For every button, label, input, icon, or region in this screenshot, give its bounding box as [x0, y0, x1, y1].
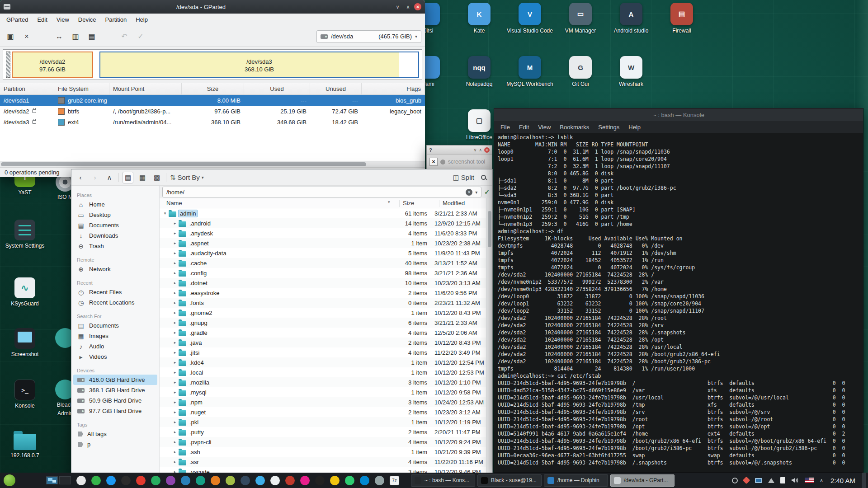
tray-clipboard-icon[interactable] [780, 477, 785, 483]
back-button[interactable]: ‹ [75, 172, 86, 183]
menu-item[interactable]: View [52, 14, 74, 26]
expander-icon[interactable]: ▸ [171, 350, 179, 355]
file-row[interactable]: ▸ .local 1 item 10/12/20 12:53 PM [160, 367, 486, 377]
file-row-admin[interactable]: ▾ admin 61 items 3/21/21 2:33 AM [160, 208, 486, 218]
maximize-icon[interactable]: ∧ [404, 3, 412, 11]
taskbar-app-icon[interactable] [76, 476, 86, 485]
menu-item[interactable]: Device [74, 14, 101, 26]
sidebar-place-item[interactable]: ▭ Desktop [71, 210, 159, 220]
gparted-titlebar[interactable]: /dev/sda - GParted ∨ ∧ × [0, 0, 425, 14]
file-row[interactable]: ▸ .config 98 items 3/21/21 2:36 AM [160, 268, 486, 278]
file-row[interactable]: ▸ .cache 40 items 3/13/21 1:52 AM [160, 258, 486, 268]
expander-icon[interactable]: ▸ [171, 251, 179, 255]
desktop-icon-system-settings[interactable]: System Settings [1, 220, 48, 249]
split-button[interactable]: ◫ Split [453, 172, 474, 183]
device-selector[interactable]: /dev/sda (465.76 GiB) ▾ [316, 30, 421, 43]
expander-icon[interactable]: ▸ [171, 231, 179, 235]
desktop-icon[interactable]: ▤ Firewall [658, 3, 706, 56]
virtual-desktop-pager[interactable] [46, 476, 71, 484]
expander-icon[interactable]: ▸ [171, 300, 179, 305]
desktop-icon-network-folder[interactable]: 192.168.0.7 [1, 429, 48, 459]
menu-item[interactable]: Help [131, 14, 152, 26]
file-row[interactable]: ▸ .android 14 items 12/9/20 12:15 AM [160, 218, 486, 228]
taskbar-app-icon[interactable] [241, 476, 250, 485]
taskbar-app-icon[interactable] [330, 476, 340, 485]
pager-desktop-2[interactable] [59, 476, 71, 484]
file-row[interactable]: ▸ .kde4 1 item 10/12/20 12:54 PM [160, 357, 486, 367]
expander-icon[interactable]: ▸ [171, 440, 179, 444]
partition-row[interactable]: /dev/sda1 grub2 core.img 8.00 MiB --- --… [0, 95, 425, 106]
desktop-icon[interactable]: M MySQL Workbench [506, 56, 554, 109]
konsole-titlebar[interactable]: ~ : bash — Konsole [494, 108, 863, 121]
sidebar-search-item[interactable]: ▤ Documents [71, 320, 159, 331]
expander-icon[interactable]: ▸ [171, 320, 179, 325]
taskbar-app-icon[interactable] [300, 476, 310, 485]
chevron-down-icon[interactable]: ▾ [475, 190, 477, 195]
vertical-scrollbar[interactable] [486, 198, 492, 487]
view-compact-button[interactable]: ▩ [151, 172, 162, 183]
taskbar-app-icon[interactable] [255, 476, 265, 485]
taskbar-app-icon[interactable] [151, 476, 160, 485]
expander-icon[interactable]: ▸ [171, 370, 179, 375]
tray-network-icon[interactable] [768, 478, 774, 483]
maximize-icon[interactable]: ∧ [479, 148, 482, 152]
sidebar-place-item[interactable]: ↓ Downloads [71, 230, 159, 241]
taskbar-app-icon[interactable] [196, 476, 205, 485]
taskbar-app-icon[interactable] [181, 476, 190, 485]
view-icons-button[interactable]: ▦ [137, 172, 148, 183]
column-header-filesystem[interactable]: File System [54, 83, 109, 94]
sidebar-device-item[interactable]: 50.9 GiB Hard Drive [71, 395, 159, 406]
help-icon[interactable]: ? [429, 147, 432, 153]
menu-item[interactable]: File [496, 122, 514, 133]
partition-segment-sda1[interactable] [6, 52, 10, 78]
desktop-icon-ksysguard[interactable]: ∿ KSysGuard [1, 277, 48, 307]
column-header-mountpoint[interactable]: Mount Point [109, 83, 182, 94]
screenshot-tool-titlebar[interactable]: ? ∨ ∧ × [427, 145, 492, 155]
pager-desktop-1[interactable] [46, 476, 58, 484]
menu-item[interactable]: Help [624, 122, 645, 133]
sidebar-device-item[interactable]: 368.1 GiB Hard Drive [71, 385, 159, 395]
expander-icon[interactable]: ▸ [171, 310, 179, 315]
taskbar-clock[interactable]: 2:40 AM [830, 477, 855, 484]
menu-item[interactable]: Bookmarks [555, 122, 594, 133]
desktop-icon[interactable]: ▭ VM Manager [557, 3, 604, 56]
expander-icon[interactable]: ▸ [171, 420, 179, 424]
menu-item[interactable]: Partition [101, 14, 132, 26]
expander-icon[interactable]: ▸ [171, 410, 179, 414]
location-input[interactable]: /home/ × ▾ [162, 187, 481, 197]
file-row[interactable]: ▸ .fonts 0 items 2/23/21 11:32 AM [160, 298, 486, 308]
taskbar-app-icon[interactable] [270, 476, 280, 485]
view-details-button[interactable]: ▤ [123, 172, 133, 183]
expander-icon[interactable]: ▸ [171, 390, 179, 394]
sidebar-place-item[interactable]: ⌂ Home [71, 199, 159, 210]
column-header-name[interactable]: Name [166, 200, 182, 206]
tray-status-icon[interactable] [732, 478, 738, 483]
expander-icon[interactable]: ▸ [171, 340, 179, 345]
gparted-toolbar-button[interactable]: × [20, 30, 33, 43]
partition-row[interactable]: /dev/sda3 ext4 /run/media/admin/04... 36… [0, 117, 425, 127]
gparted-toolbar-button[interactable]: ▤ [85, 30, 99, 43]
task-button[interactable]: /dev/sda - GPart... [610, 474, 675, 487]
desktop-icon[interactable]: A Android studio [607, 3, 655, 56]
taskbar-app-icon[interactable] [226, 476, 235, 485]
application-launcher-icon[interactable] [4, 474, 15, 486]
expander-icon[interactable]: ▸ [171, 291, 179, 295]
expander-icon[interactable]: ▸ [171, 241, 179, 245]
taskbar-app-icon[interactable] [91, 476, 101, 485]
show-desktop-button[interactable] [862, 473, 866, 488]
sidebar-search-item[interactable]: ▸ Videos [71, 352, 159, 362]
close-icon[interactable]: × [484, 147, 490, 153]
expander-icon[interactable]: ▸ [171, 281, 179, 285]
file-row[interactable]: ▸ .pvpn-cli 4 items 10/12/20 9:24 PM [160, 437, 486, 447]
expander-icon[interactable]: ▸ [171, 261, 179, 265]
taskbar-app-icon[interactable]: 7z [390, 476, 399, 485]
column-header-size[interactable]: Size [403, 200, 414, 206]
expander-icon[interactable]: ▸ [171, 330, 179, 335]
column-filter-icon[interactable]: ▾ [388, 200, 390, 204]
forward-button[interactable]: › [90, 172, 100, 183]
sort-by-button[interactable]: ⇅ Sort By ▾ [170, 172, 204, 183]
scrollbar-thumb[interactable] [488, 211, 491, 247]
sidebar-tag-item[interactable]: p [71, 439, 159, 450]
up-button[interactable]: ∧ [104, 172, 115, 183]
terminal[interactable]: admin@localhost:~> lsblkNAME MAJ:MIN RM … [494, 133, 863, 472]
